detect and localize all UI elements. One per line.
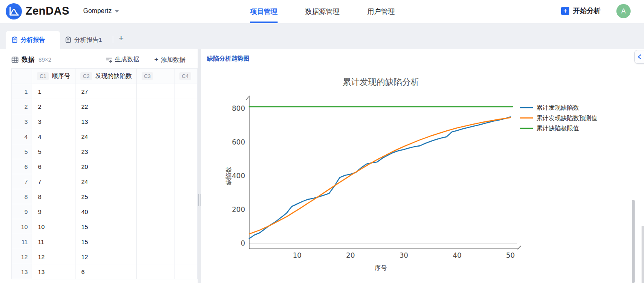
cell-c3[interactable] bbox=[136, 189, 174, 204]
row-number-cell[interactable]: 7 bbox=[12, 174, 32, 189]
nav-item-user-management[interactable]: 用户管理 bbox=[367, 0, 395, 23]
cell-c2[interactable]: 27 bbox=[75, 84, 136, 99]
cell-c1[interactable]: 3 bbox=[32, 114, 75, 129]
corner-header-cell[interactable] bbox=[12, 69, 32, 84]
svg-text:累计发现缺陷数预测值: 累计发现缺陷数预测值 bbox=[536, 114, 597, 122]
add-data-label: 添加数据 bbox=[161, 56, 185, 64]
cell-c3[interactable] bbox=[136, 129, 174, 144]
report-icon bbox=[65, 37, 71, 43]
start-analysis-button[interactable]: + 开始分析 bbox=[561, 6, 601, 15]
cell-c1[interactable]: 12 bbox=[32, 249, 75, 264]
project-selector[interactable]: Gompertz bbox=[83, 7, 119, 15]
cell-c4[interactable] bbox=[174, 264, 198, 279]
chart-section-title: 缺陷分析趋势图 bbox=[207, 55, 250, 63]
table-row: 101015 bbox=[12, 219, 198, 234]
row-number-cell[interactable]: 13 bbox=[12, 264, 32, 279]
cell-c1[interactable]: 7 bbox=[32, 174, 75, 189]
row-number-cell[interactable]: 8 bbox=[12, 189, 32, 204]
cell-c2[interactable]: 15 bbox=[75, 234, 136, 249]
cell-c2[interactable]: 25 bbox=[75, 189, 136, 204]
column-header-C1[interactable]: C1顺序号 bbox=[32, 69, 75, 84]
cell-c3[interactable] bbox=[136, 264, 174, 279]
cell-c2[interactable]: 40 bbox=[75, 204, 136, 219]
row-number-cell[interactable]: 3 bbox=[12, 114, 32, 129]
cell-c1[interactable]: 2 bbox=[32, 99, 75, 114]
cell-c4[interactable] bbox=[174, 219, 198, 234]
cell-c1[interactable]: 11 bbox=[32, 234, 75, 249]
chart-panel-scrollbar[interactable] bbox=[632, 200, 635, 283]
cell-c3[interactable] bbox=[136, 234, 174, 249]
row-number-cell[interactable]: 12 bbox=[12, 249, 32, 264]
cell-c4[interactable] bbox=[174, 204, 198, 219]
svg-text:30: 30 bbox=[399, 251, 408, 259]
brand-name: ZenDAS bbox=[26, 5, 69, 17]
cell-c1[interactable]: 10 bbox=[32, 219, 75, 234]
cell-c4[interactable] bbox=[174, 174, 198, 189]
row-number-cell[interactable]: 1 bbox=[12, 84, 32, 99]
cell-c2[interactable]: 13 bbox=[75, 114, 136, 129]
cell-c4[interactable] bbox=[174, 114, 198, 129]
column-name: 顺序号 bbox=[52, 72, 70, 79]
cell-c3[interactable] bbox=[136, 84, 174, 99]
cell-c3[interactable] bbox=[136, 114, 174, 129]
cell-c2[interactable]: 12 bbox=[75, 249, 136, 264]
cell-c4[interactable] bbox=[174, 249, 198, 264]
avatar[interactable]: A bbox=[616, 4, 631, 18]
cell-c1[interactable]: 13 bbox=[32, 264, 75, 279]
svg-text:400: 400 bbox=[232, 172, 245, 180]
cell-c3[interactable] bbox=[136, 99, 174, 114]
cell-c4[interactable] bbox=[174, 159, 198, 174]
cell-c1[interactable]: 9 bbox=[32, 204, 75, 219]
row-number-cell[interactable]: 11 bbox=[12, 234, 32, 249]
cell-c2[interactable]: 6 bbox=[75, 264, 136, 279]
cell-c3[interactable] bbox=[136, 249, 174, 264]
row-number-cell[interactable]: 5 bbox=[12, 144, 32, 159]
cell-c1[interactable]: 4 bbox=[32, 129, 75, 144]
cell-c2[interactable]: 22 bbox=[75, 99, 136, 114]
cell-c4[interactable] bbox=[174, 84, 198, 99]
nav-item-datasource-management[interactable]: 数据源管理 bbox=[305, 0, 340, 23]
cell-c1[interactable]: 5 bbox=[32, 144, 75, 159]
column-header-C3[interactable]: C3 bbox=[136, 69, 174, 84]
splitter-grip-icon bbox=[198, 194, 200, 206]
cell-c2[interactable]: 24 bbox=[75, 174, 136, 189]
row-number-cell[interactable]: 10 bbox=[12, 219, 32, 234]
cell-c1[interactable]: 6 bbox=[32, 159, 75, 174]
cell-c3[interactable] bbox=[136, 219, 174, 234]
cell-c3[interactable] bbox=[136, 174, 174, 189]
cell-c1[interactable]: 1 bbox=[32, 84, 75, 99]
row-number-cell[interactable]: 6 bbox=[12, 159, 32, 174]
svg-text:累计发现缺陷数: 累计发现缺陷数 bbox=[536, 104, 579, 111]
row-number-cell[interactable]: 9 bbox=[12, 204, 32, 219]
nav-item-project-management[interactable]: 项目管理 bbox=[250, 0, 278, 23]
cell-c3[interactable] bbox=[136, 204, 174, 219]
add-data-button[interactable]: + 添加数据 bbox=[154, 56, 185, 64]
cell-c2[interactable]: 15 bbox=[75, 219, 136, 234]
row-number-cell[interactable]: 2 bbox=[12, 99, 32, 114]
cell-c2[interactable]: 23 bbox=[75, 144, 136, 159]
cell-c4[interactable] bbox=[174, 99, 198, 114]
cell-c3[interactable] bbox=[136, 159, 174, 174]
column-header-C2[interactable]: C2发现的缺陷数 bbox=[75, 69, 136, 84]
cell-c2[interactable]: 20 bbox=[75, 159, 136, 174]
table-icon bbox=[11, 56, 19, 63]
start-analysis-label: 开始分析 bbox=[573, 6, 601, 15]
page-scrollbar[interactable] bbox=[642, 226, 644, 283]
add-tab-button[interactable]: + bbox=[118, 33, 124, 43]
column-header-C4[interactable]: C4 bbox=[174, 69, 198, 84]
tab-analysis-report[interactable]: 分析报告 bbox=[6, 31, 60, 49]
cell-c4[interactable] bbox=[174, 234, 198, 249]
cell-c1[interactable]: 8 bbox=[32, 189, 75, 204]
svg-text:缺陷数: 缺陷数 bbox=[225, 167, 232, 185]
cell-c4[interactable] bbox=[174, 144, 198, 159]
panel-splitter[interactable] bbox=[198, 49, 201, 283]
tab-analysis-report-1[interactable]: 分析报告1 bbox=[65, 31, 102, 49]
generate-data-button[interactable]: 生成数据 bbox=[106, 56, 139, 63]
cell-c4[interactable] bbox=[174, 129, 198, 144]
cell-c3[interactable] bbox=[136, 144, 174, 159]
column-id-chip: C1 bbox=[37, 72, 49, 80]
row-number-cell[interactable]: 4 bbox=[12, 129, 32, 144]
cell-c2[interactable]: 24 bbox=[75, 129, 136, 144]
cell-c4[interactable] bbox=[174, 189, 198, 204]
collapse-panel-button[interactable] bbox=[634, 50, 644, 64]
